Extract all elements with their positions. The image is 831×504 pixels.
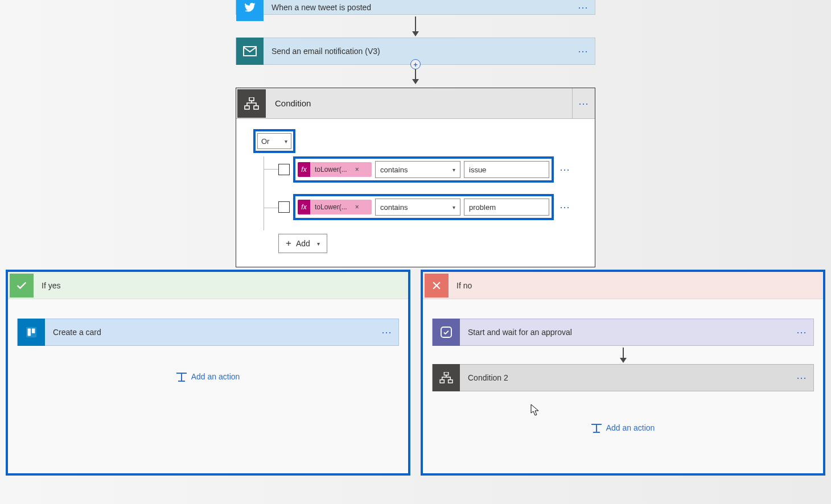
email-label: Send an email notification (V3) xyxy=(264,47,572,56)
add-label: Add xyxy=(296,239,310,248)
create-card-menu[interactable]: ⋯ xyxy=(376,326,398,338)
expression-token[interactable]: fx toLower(... × xyxy=(298,200,372,214)
row-menu[interactable]: ⋯ xyxy=(557,201,571,213)
value-input[interactable]: problem xyxy=(464,199,549,216)
svg-rect-2 xyxy=(245,106,249,109)
condition-icon xyxy=(433,364,460,391)
group-operator-dropdown[interactable]: Or ▾ xyxy=(257,133,291,149)
row-checkbox[interactable] xyxy=(278,201,290,213)
add-action-label: Add an action xyxy=(191,372,240,381)
approval-menu[interactable]: ⋯ xyxy=(791,326,813,338)
remove-token-button[interactable]: × xyxy=(351,166,364,173)
svg-rect-10 xyxy=(449,380,452,383)
if-no-header: If no xyxy=(423,272,823,299)
svg-rect-3 xyxy=(254,106,258,109)
svg-rect-1 xyxy=(249,97,254,101)
value-text: problem xyxy=(469,203,496,212)
operator-dropdown[interactable]: contains ▾ xyxy=(375,199,460,216)
trigger-label: When a new tweet is posted xyxy=(264,3,572,12)
fx-icon: fx xyxy=(298,200,310,214)
value-text: issue xyxy=(469,166,486,174)
expression-token[interactable]: fx toLower(... × xyxy=(298,162,372,177)
condition-row: fx toLower(... × contains ▾ problem xyxy=(256,196,580,218)
if-no-label: If no xyxy=(449,281,472,290)
check-icon xyxy=(10,274,34,298)
add-action-icon xyxy=(591,424,602,432)
svg-rect-6 xyxy=(32,329,35,333)
plus-icon: + xyxy=(286,238,291,249)
add-action-button[interactable]: Add an action xyxy=(176,372,240,381)
arrow-icon xyxy=(415,15,416,38)
create-card-step[interactable]: Create a card ⋯ xyxy=(17,319,399,346)
close-icon xyxy=(425,274,449,298)
row-checkbox[interactable] xyxy=(278,164,290,175)
expression-text: toLower(... xyxy=(310,203,351,211)
chevron-down-icon: ▾ xyxy=(317,241,320,247)
condition-card[interactable]: Condition ⋯ Or ▾ xyxy=(236,88,595,267)
create-card-label: Create a card xyxy=(45,328,376,337)
insert-step-button[interactable]: + xyxy=(410,59,421,69)
row-highlight: fx toLower(... × contains ▾ problem xyxy=(295,196,552,218)
if-yes-header: If yes xyxy=(8,272,408,299)
add-action-button[interactable]: Add an action xyxy=(591,423,655,432)
chevron-down-icon: ▾ xyxy=(285,138,287,144)
mail-icon xyxy=(236,38,264,65)
add-action-label: Add an action xyxy=(606,423,655,432)
chevron-down-icon: ▾ xyxy=(452,204,455,210)
value-input[interactable]: issue xyxy=(464,161,549,178)
if-yes-branch: If yes Create a card ⋯ Add an action xyxy=(8,272,408,473)
if-no-branch: If no Start and wait for an approval ⋯ xyxy=(423,272,823,473)
operator-dropdown[interactable]: contains ▾ xyxy=(375,161,460,178)
add-condition-button[interactable]: + Add ▾ xyxy=(278,234,327,253)
operator-value: contains xyxy=(380,166,408,174)
condition-icon xyxy=(237,89,266,118)
group-operator-highlight: Or ▾ xyxy=(256,131,293,151)
group-operator-value: Or xyxy=(261,137,269,146)
fx-icon: fx xyxy=(298,162,310,177)
approval-step[interactable]: Start and wait for an approval ⋯ xyxy=(432,319,814,346)
row-menu[interactable]: ⋯ xyxy=(557,163,571,176)
condition2-menu[interactable]: ⋯ xyxy=(791,371,813,384)
condition-menu[interactable]: ⋯ xyxy=(572,88,595,119)
trello-icon xyxy=(18,319,45,346)
svg-rect-5 xyxy=(28,329,31,336)
chevron-down-icon: ▾ xyxy=(452,167,455,173)
add-action-icon xyxy=(176,373,187,381)
condition-row: fx toLower(... × contains ▾ issue xyxy=(256,159,580,180)
remove-token-button[interactable]: × xyxy=(351,203,364,211)
operator-value: contains xyxy=(380,203,408,212)
trigger-menu[interactable]: ⋯ xyxy=(572,1,595,14)
arrow-icon xyxy=(623,346,624,364)
approval-icon xyxy=(433,319,460,346)
condition2-step[interactable]: Condition 2 ⋯ xyxy=(432,364,814,391)
email-menu[interactable]: ⋯ xyxy=(572,45,595,57)
arrow-icon: + xyxy=(415,65,416,88)
twitter-icon xyxy=(236,0,264,21)
approval-label: Start and wait for an approval xyxy=(460,328,791,337)
condition2-label: Condition 2 xyxy=(460,373,791,382)
row-highlight: fx toLower(... × contains ▾ issue xyxy=(295,159,552,180)
trigger-step[interactable]: When a new tweet is posted ⋯ xyxy=(236,0,595,15)
condition-body: Or ▾ fx xyxy=(236,119,595,267)
svg-rect-7 xyxy=(441,327,451,337)
condition-title: Condition xyxy=(267,98,572,108)
condition-branches: If yes Create a card ⋯ Add an action xyxy=(8,272,823,473)
condition-header[interactable]: Condition ⋯ xyxy=(236,88,595,119)
expression-text: toLower(... xyxy=(310,166,351,173)
svg-rect-8 xyxy=(444,372,448,375)
svg-rect-9 xyxy=(440,380,444,383)
if-yes-label: If yes xyxy=(34,281,60,290)
condition-rows: fx toLower(... × contains ▾ issue xyxy=(256,159,580,253)
